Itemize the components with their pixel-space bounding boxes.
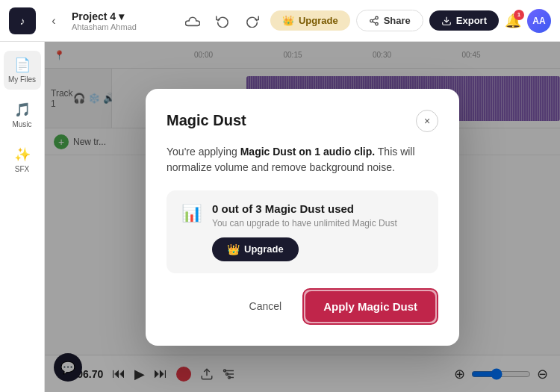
sidebar-item-music[interactable]: 🎵 Music — [4, 96, 41, 134]
sidebar-label-my-files: My Files — [8, 75, 36, 84]
back-button[interactable]: ‹ — [42, 9, 66, 33]
sidebar-item-sfx[interactable]: ✨ SFX — [4, 140, 41, 179]
dust-used-sub: You can upgrade to have unlimited Magic … — [212, 218, 423, 228]
modal-upgrade-button[interactable]: 👑 Upgrade — [212, 237, 299, 261]
files-icon: 📄 — [14, 57, 31, 73]
sidebar-label-music: Music — [12, 120, 31, 128]
modal-description: You're applying Magic Dust on 1 audio cl… — [167, 144, 438, 175]
waveform-icon: 📊 — [181, 204, 202, 223]
modal-upgrade-label: Upgrade — [244, 243, 284, 255]
modal-header: Magic Dust × — [167, 110, 438, 132]
export-button[interactable]: Export — [429, 10, 499, 31]
cloud-button[interactable] — [181, 9, 205, 33]
apply-button-wrapper: Apply Magic Dust — [302, 288, 438, 325]
notification-badge: 1 — [514, 10, 524, 20]
content-area: 📍 00:00 00:15 00:30 00:45 Track 1 🎧 ❄️ 🔊… — [45, 42, 560, 392]
dust-used-title: 0 out of 3 Magic Dust used — [212, 202, 423, 215]
app-logo: ♪ — [9, 7, 36, 34]
notifications-bell[interactable]: 🔔 1 — [505, 13, 521, 29]
sfx-icon: ✨ — [14, 146, 31, 163]
avatar[interactable]: AA — [527, 9, 551, 33]
main-layout: 📄 My Files 🎵 Music ✨ SFX 📍 00:00 00:15 0… — [0, 42, 560, 392]
sidebar-item-my-files[interactable]: 📄 My Files — [4, 51, 41, 90]
project-title: Project 4 ▾ — [72, 10, 137, 22]
svg-line-3 — [373, 21, 376, 22]
sidebar: 📄 My Files 🎵 Music ✨ SFX — [0, 42, 45, 392]
magic-dust-modal: Magic Dust × You're applying Magic Dust … — [146, 89, 459, 346]
project-chevron-icon: ▾ — [119, 10, 124, 22]
modal-crown-icon: 👑 — [227, 243, 240, 255]
dust-info-box: 📊 0 out of 3 Magic Dust used You can upg… — [167, 190, 438, 273]
dust-info-content: 0 out of 3 Magic Dust used You can upgra… — [212, 202, 423, 261]
modal-title: Magic Dust — [167, 112, 246, 129]
svg-point-2 — [375, 22, 378, 25]
modal-overlay: Magic Dust × You're applying Magic Dust … — [45, 42, 560, 392]
svg-point-0 — [375, 16, 378, 19]
upgrade-button[interactable]: 👑 Upgrade — [270, 10, 350, 31]
modal-close-button[interactable]: × — [416, 110, 438, 132]
undo-button[interactable] — [211, 9, 234, 33]
sidebar-label-sfx: SFX — [15, 165, 29, 173]
modal-footer: Cancel Apply Magic Dust — [167, 288, 438, 325]
top-navigation: ♪ ‹ Project 4 ▾ Ahtasham Ahmad 👑 Upgrade… — [0, 0, 560, 42]
crown-icon: 👑 — [282, 15, 294, 26]
svg-line-4 — [373, 18, 376, 19]
apply-magic-dust-button[interactable]: Apply Magic Dust — [305, 291, 435, 322]
redo-button[interactable] — [240, 9, 264, 33]
cancel-button[interactable]: Cancel — [237, 293, 294, 320]
project-author: Ahtasham Ahmad — [72, 22, 137, 31]
svg-point-1 — [370, 19, 373, 22]
project-info: Project 4 ▾ Ahtasham Ahmad — [72, 10, 137, 31]
share-button[interactable]: Share — [356, 10, 423, 31]
music-icon: 🎵 — [14, 102, 31, 118]
